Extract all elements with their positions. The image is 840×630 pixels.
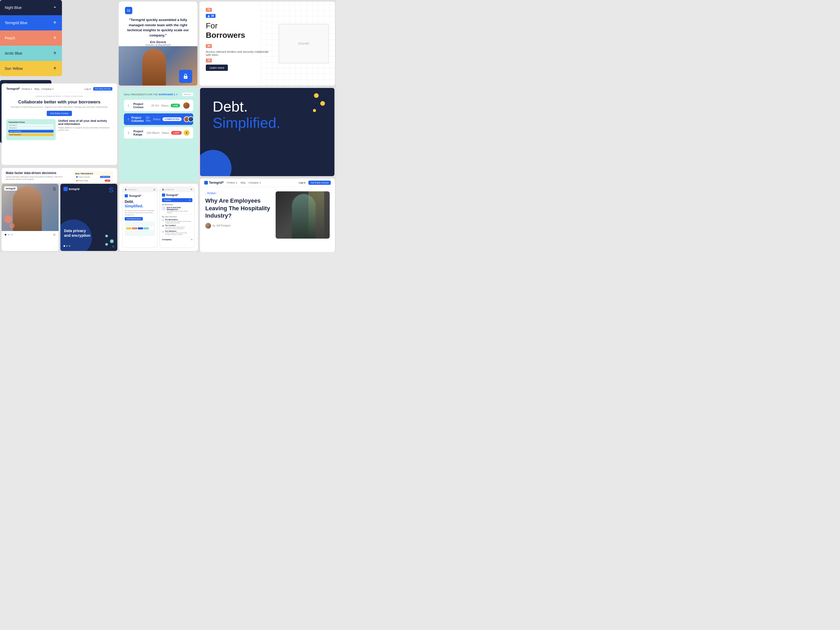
lenders-icon	[162, 224, 164, 227]
testimonial-photo	[118, 46, 197, 85]
site-logo: Termgrid⁵	[6, 87, 20, 90]
testimonial-author-name: Eric Dereck	[125, 40, 191, 44]
svg-rect-12	[125, 189, 126, 191]
orange-badge-bot: 70	[206, 58, 212, 63]
deal-precedents-panel: DEAL PRECEDENTS FOR THE BORROWER 1 ▾ Act…	[119, 88, 198, 182]
blog-panel: Termgrid⁵ Product ∨ Blog Company ∨ Log I…	[200, 178, 335, 252]
close-icon[interactable]: ✕	[190, 188, 193, 191]
user-badge-number: 39	[211, 14, 214, 17]
blog-nav-company[interactable]: Company ∨	[249, 182, 261, 184]
deal-status-2: COMPLETED	[163, 117, 182, 121]
by-persona-label: By User Persona	[162, 216, 193, 218]
swatch-night-blue[interactable]: Night Blue	[0, 0, 62, 15]
phone2-logo: Termgrid⁵	[166, 194, 178, 197]
nav-blog[interactable]: Blog	[35, 88, 39, 90]
swatch-label: Night Blue	[5, 6, 22, 10]
item2-title: For Borrowers	[165, 219, 193, 221]
svg-point-11	[208, 15, 209, 16]
deal-row-3: 3 Project Kanga 15th March Status LOST S	[124, 127, 193, 139]
swatch-arctic-blue[interactable]: Arctic Blue	[0, 46, 62, 61]
svg-point-14	[163, 219, 163, 220]
blog-author: by Jeff Rodgers	[213, 224, 231, 227]
collaborate-cta-button[interactable]: Get Early Access	[47, 111, 72, 116]
testimonial-panel: 11 "Termgrid quickly assembled a fully m…	[118, 2, 197, 85]
collaborate-panel: Termgrid⁵ Product ∨ Blog Company ∨ Log I…	[2, 84, 117, 165]
item4-desc: Deliver supior client experience through…	[165, 232, 193, 235]
color-swatches-panel: Night Blue Termgrid Blue Peach Arctic Bl…	[0, 0, 62, 80]
company-dropdown[interactable]: Company	[162, 238, 171, 241]
product-dropdown[interactable]: Product ▾	[162, 198, 193, 202]
quote-number: 11	[125, 7, 132, 14]
debt-heading: Debt. Simplified.	[213, 98, 322, 131]
deal-date-3: 15th March	[147, 131, 159, 134]
learn-more-button[interactable]: Learn more	[206, 65, 228, 71]
nav-product[interactable]: Product ∨	[22, 88, 33, 90]
blog-login[interactable]: Log In	[299, 182, 305, 184]
item2-desc: Access relevant lenders and securely col…	[165, 221, 193, 224]
blog-nav-product[interactable]: Product ∨	[227, 182, 238, 184]
blog-featured-image	[276, 191, 330, 238]
swatch-icon	[52, 5, 57, 10]
swatch-sun-yellow[interactable]: Sun Yellow	[0, 61, 62, 76]
swatch-termgrid-blue[interactable]: Termgrid Blue	[0, 15, 62, 30]
swatch-label: Termgrid Blue	[5, 21, 27, 25]
social2-title: Data privacyand encryption	[64, 228, 114, 238]
deal-row-2: 2 Project Columbo 5th May Status COMPLET…	[124, 114, 193, 125]
blog-nav-blog[interactable]: Blog	[241, 182, 245, 184]
breadcrumb: Global and Regional Banks > Private Cred…	[6, 95, 112, 97]
advisors-icon	[162, 230, 164, 234]
swatch-peach[interactable]: Peach	[0, 30, 62, 46]
blog-cta-button[interactable]: Get Early Access	[308, 181, 331, 185]
item4-title: For Advisors	[165, 230, 193, 232]
feature1-desc: Single platform to support all your borr…	[58, 126, 112, 131]
deal-row-1: 1 Project Cronus 29 Oct Status LIVE	[124, 100, 193, 111]
placeholder-image: 550x480	[279, 24, 328, 63]
social2-logo: termgrid	[69, 188, 79, 191]
social-card-2: termgrid S Data privacyand encryption ⊞	[60, 184, 117, 251]
borrowers-description: Access relevant lenders and securely col…	[206, 50, 274, 57]
nav-cta-button[interactable]: Get Early Access	[93, 87, 112, 90]
dropdown-item-3: For Lenders Grow borrower relationships.…	[162, 224, 193, 229]
nav-login[interactable]: Log In	[85, 88, 91, 90]
swatch-icon	[52, 21, 57, 25]
swatch-icon	[52, 51, 57, 56]
phone1-cta-button[interactable]: Get Early Access	[125, 217, 143, 221]
blog-logo: Termgrid⁵	[209, 181, 224, 185]
swatch-label: Arctic Blue	[5, 51, 22, 55]
orange-badge-top: 70	[206, 8, 212, 12]
mobile-screens-panel: termgrid.com ≡ Termgrid⁵ Debt. Simplifie…	[119, 184, 198, 251]
phone1-sub: We help borrowers and lenders streamline…	[125, 210, 155, 216]
user-icon	[207, 15, 210, 17]
collaborate-subheading: Strengthen underwriting processes. Organ…	[6, 106, 112, 108]
make-faster-title: Make faster data-driven decisions	[6, 171, 70, 175]
swatch-label: Sun Yellow	[5, 66, 23, 71]
borrowers-panel: 70 39 For Borrowers 30 Access relevant l…	[199, 2, 335, 85]
hamburger-icon[interactable]: ≡	[153, 188, 155, 191]
swatch-label: Peach	[5, 36, 15, 40]
deal-status-1: LIVE	[171, 104, 180, 107]
dropdown-item-1: End to End Deal Management Built specifi…	[162, 207, 193, 215]
borrower-tag: BORROWER 1	[159, 93, 175, 96]
feature1-title: Unified view of all your deal activity a…	[58, 119, 112, 125]
deal-date-1: 29 Oct	[151, 104, 159, 107]
deal-name-2: Project Columbo	[131, 116, 144, 122]
item3-desc: Grow borrower relationships. Streamline …	[165, 226, 193, 229]
blog-product-tag: Product	[205, 191, 218, 195]
svg-rect-13	[162, 189, 164, 191]
deal-name-1: Project Cronus	[133, 103, 149, 109]
nav-company[interactable]: Company ∨	[41, 88, 54, 90]
phone-frame-2: termgrid.com ✕ Termgrid⁵ Product ▾ By Wo…	[159, 187, 195, 248]
swatch-icon	[52, 36, 57, 40]
deal-status-3: LOST	[171, 131, 182, 135]
orange-badge-mid: 30	[206, 44, 212, 48]
borrowers-icon	[162, 219, 164, 222]
phone-frame-1: termgrid.com ≡ Termgrid⁵ Debt. Simplifie…	[122, 187, 158, 248]
borrowers-heading: For Borrowers	[206, 21, 274, 40]
dropdown-item-4: For Advisors Deliver supior client exper…	[162, 230, 193, 235]
deal-header: DEAL PRECEDENTS FOR THE BORROWER 1 ▾ Act…	[124, 93, 193, 96]
by-workflow-label: By Workflow	[162, 204, 193, 205]
deal-date-2: 5th May	[146, 116, 151, 122]
blog-heading: Why Are Employees Leaving The Hospitalit…	[205, 197, 270, 220]
lock-icon-small	[125, 188, 127, 191]
phone1-logo: Termgrid⁵	[129, 194, 141, 197]
